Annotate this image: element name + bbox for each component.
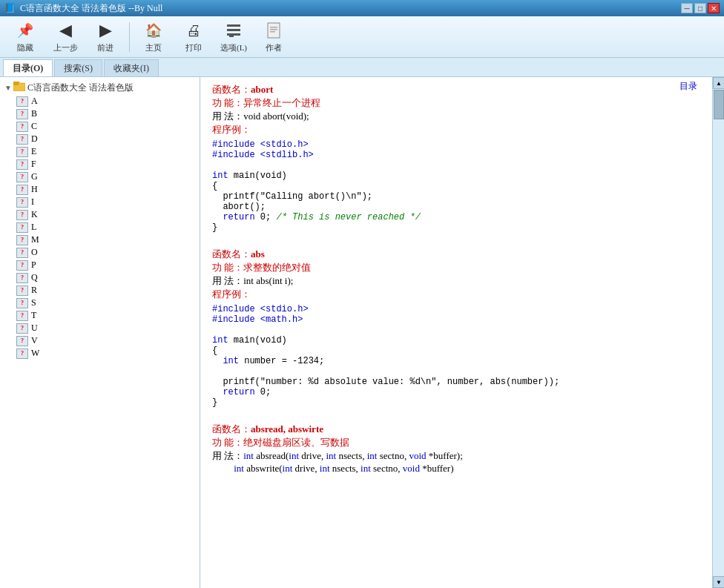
func-usage-row-abs: 用 法：int abs(int i); (212, 274, 700, 288)
sidebar-letter-g: G (31, 171, 38, 182)
code-number-decl (212, 356, 223, 366)
code-include-1: #include <stdio.h> (212, 139, 309, 150)
sidebar-item-b[interactable]: ? B (15, 108, 197, 120)
sidebar-letter-l: L (31, 222, 36, 233)
sidebar-item-s[interactable]: ? S (15, 297, 197, 309)
code-return-2 (212, 387, 223, 397)
code-int-1: int (212, 171, 228, 181)
sidebar-letter-k: K (31, 209, 38, 220)
back-icon: ◀ (55, 20, 76, 41)
sidebar-item-d[interactable]: ? D (15, 133, 197, 145)
sidebar-item-a[interactable]: ? A (15, 95, 197, 108)
func-desc-val-abs: 求整数的绝对值 (243, 262, 311, 273)
func-example-label-abort: 程序例： (212, 124, 251, 135)
svg-rect-6 (270, 29, 277, 30)
func-usage-row-abswrite: int abswrite(int drive, int nsects, int … (212, 463, 700, 475)
home-label: 主页 (145, 42, 162, 53)
print-button[interactable]: 🖨 打印 (174, 19, 213, 55)
scroll-thumb[interactable] (714, 90, 724, 119)
func-desc-val-abort: 异常终止一个进程 (243, 97, 320, 108)
maximize-button[interactable]: □ (694, 3, 706, 13)
func-desc-row-absread: 功 能：绝对磁盘扇区读、写数据 (212, 436, 700, 449)
letter-icon-d: ? (16, 134, 28, 145)
minimize-button[interactable]: ─ (681, 3, 693, 13)
code-include-4: #include <math.h> (212, 314, 303, 325)
sidebar-item-h[interactable]: ? H (15, 183, 197, 196)
title-bar-title: 📘 C语言函数大全 语法着色版 --By Null (4, 2, 162, 15)
code-brace-open-2: { (212, 346, 217, 356)
code-return-1 (212, 212, 223, 222)
title-bar: 📘 C语言函数大全 语法着色版 --By Null ─ □ ✕ (0, 0, 724, 16)
right-panel: 目录 函数名：abort 功 能：异常终止一个进程 用 法：void abort… (200, 77, 712, 588)
tab-favorites[interactable]: 收藏夹(I) (104, 59, 159, 76)
func-desc-label-absread: 功 能： (212, 437, 243, 448)
sidebar-letter-o: O (31, 247, 38, 258)
code-include-3: #include <stdio.h> (212, 304, 309, 314)
func-block-abort: 函数名：abort 功 能：异常终止一个进程 用 法：void abort(vo… (212, 83, 700, 233)
sidebar-item-k[interactable]: ? K (15, 208, 197, 221)
scroll-up-button[interactable]: ▲ (713, 77, 724, 89)
home-button[interactable]: 🏠 主页 (134, 19, 173, 55)
letter-icon-s: ? (16, 298, 28, 308)
letter-icon-w: ? (16, 348, 28, 359)
sidebar-item-f[interactable]: ? F (15, 158, 197, 171)
sidebar-item-r[interactable]: ? R (15, 284, 197, 297)
code-return-val-2: 0; (255, 387, 272, 397)
forward-button[interactable]: ▶ 前进 (86, 19, 125, 55)
func-name-label-absread: 函数名： (212, 423, 251, 435)
tree-root-item[interactable]: ▼ C语言函数大全 语法着色版 (3, 80, 197, 95)
letter-icon-k: ? (16, 210, 28, 220)
code-abort-call: abort(); (212, 202, 266, 212)
sidebar-letter-c: C (31, 121, 37, 132)
sidebar-letter-i: I (31, 196, 34, 208)
letter-icon-g: ? (16, 172, 28, 182)
sidebar-item-q[interactable]: ? Q (15, 271, 197, 284)
letter-icon-a: ? (16, 96, 28, 107)
sidebar-item-i[interactable]: ? I (15, 196, 197, 208)
code-printf-2: printf("number: %d absolute value: %d\n"… (212, 377, 559, 387)
func-name-row-absread: 函数名：absread, abswirte (212, 423, 700, 436)
sidebar-item-p[interactable]: ? P (15, 259, 197, 271)
letter-icon-l: ? (16, 222, 28, 233)
tab-toc[interactable]: 目录(O) (3, 59, 53, 76)
toc-link[interactable]: 目录 (679, 80, 697, 93)
scroll-down-button[interactable]: ▼ (713, 576, 724, 588)
sidebar-item-w[interactable]: ? W (15, 347, 197, 360)
sidebar-letter-h: H (31, 184, 38, 195)
sidebar-item-c[interactable]: ? C (15, 120, 197, 133)
code-block-abort: #include <stdio.h> #include <stdlib.h> i… (212, 139, 700, 233)
sidebar-letter-m: M (31, 234, 39, 245)
sidebar-letter-w: W (31, 348, 39, 359)
letter-icon-f: ? (16, 159, 28, 170)
back-button[interactable]: ◀ 上一步 (46, 19, 85, 55)
sidebar-item-v[interactable]: ? V (15, 334, 197, 347)
author-button[interactable]: 作者 (254, 19, 293, 55)
sidebar-item-g[interactable]: ? G (15, 171, 197, 183)
func-usage-val-abort: void abort(void); (243, 110, 309, 122)
back-label: 上一步 (53, 42, 78, 53)
options-button[interactable]: 选项(L) (214, 19, 253, 55)
sidebar-item-e[interactable]: ? E (15, 145, 197, 158)
sidebar-item-t[interactable]: ? T (15, 309, 197, 322)
tree-children: ? A ? B ? C ? D ? E (3, 95, 197, 360)
hide-button[interactable]: 📌 隐藏 (6, 19, 45, 55)
func-name-val-abort: abort (251, 84, 273, 95)
tree-root-label: C语言函数大全 语法着色版 (27, 82, 134, 94)
sidebar-letter-d: D (31, 133, 38, 145)
func-desc-label-abs: 功 能： (212, 262, 243, 273)
sidebar-item-m[interactable]: ? M (15, 234, 197, 246)
func-usage-val-absread: int absread(int drive, int nsects, int s… (243, 450, 463, 461)
func-desc-val-absread: 绝对磁盘扇区读、写数据 (243, 437, 349, 448)
code-return-val-1: 0; (255, 212, 277, 222)
sidebar-item-o[interactable]: ? O (15, 246, 197, 259)
sidebar-item-l[interactable]: ? L (15, 221, 197, 234)
letter-icon-c: ? (16, 122, 28, 132)
sidebar-item-u[interactable]: ? U (15, 322, 197, 334)
sidebar-letter-b: B (31, 108, 37, 119)
scroll-track[interactable] (713, 89, 724, 576)
hide-icon: 📌 (15, 20, 36, 41)
tab-search[interactable]: 搜索(S) (54, 59, 102, 76)
close-button[interactable]: ✕ (708, 3, 720, 13)
code-int-2: int (212, 335, 228, 346)
author-icon (263, 20, 284, 41)
